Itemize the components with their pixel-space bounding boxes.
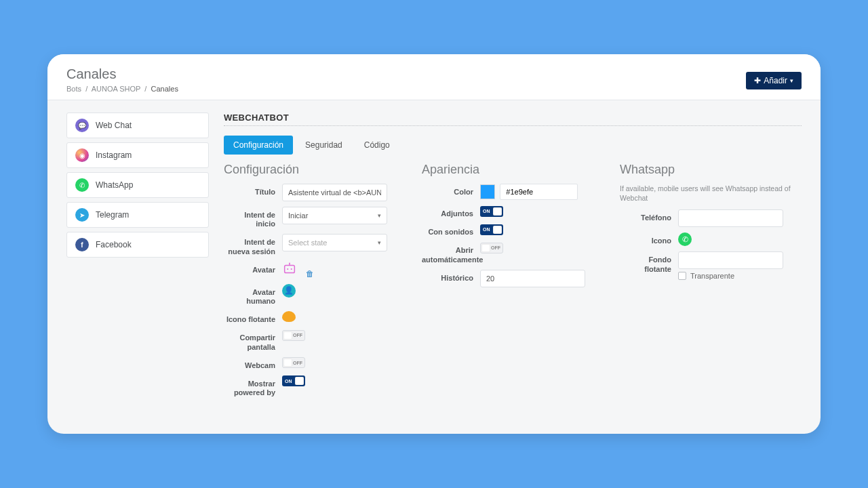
breadcrumb-shop[interactable]: AUNOA SHOP	[92, 85, 141, 93]
transparent-label: Transparente	[690, 272, 734, 280]
powered-label: Mostrar powered by	[224, 375, 282, 397]
whatsapp-icon: ✆	[75, 178, 89, 192]
toggle-knob	[283, 359, 292, 367]
sidebar-item-facebook[interactable]: f Facebook	[66, 232, 209, 258]
webchat-icon: 💬	[75, 119, 89, 132]
bot-avatar-icon[interactable]	[282, 262, 297, 277]
intent-new-label: Intent de nueva sesión	[224, 234, 282, 256]
main-panel: WEBCHATBOT Configuración Seguridad Códig…	[224, 113, 802, 403]
whatsapp-desc: If available, mobile users will see What…	[620, 184, 802, 203]
svg-rect-0	[285, 265, 295, 272]
add-button-label: Añadir	[764, 76, 787, 85]
sidebar-item-label: Facebook	[96, 240, 132, 249]
webcam-label: Webcam	[224, 357, 282, 370]
caret-down-icon: ▾	[790, 77, 793, 84]
webcam-toggle[interactable]: OFF	[282, 357, 305, 368]
avatar-human-label: Avatar humano	[224, 284, 282, 306]
history-input[interactable]	[480, 270, 585, 287]
col-config: Configuración Título Intent de inicio In…	[224, 163, 406, 403]
toggle-text: ON	[483, 227, 490, 232]
add-button[interactable]: ✚ Añadir ▾	[746, 72, 802, 89]
auto-open-label: Abrir automáticamente	[422, 242, 480, 264]
title-input[interactable]	[282, 184, 387, 201]
tab-security[interactable]: Seguridad	[296, 136, 352, 155]
body: 💬 Web Chat ◉ Instagram ✆ WhatsApp ➤ Tele…	[47, 100, 821, 415]
toggle-text: ON	[285, 379, 292, 384]
svg-point-4	[289, 262, 290, 264]
color-input[interactable]	[500, 184, 578, 200]
breadcrumb: Bots / AUNOA SHOP / Canales	[66, 85, 178, 93]
config-heading: Configuración	[224, 163, 406, 177]
color-label: Color	[422, 184, 480, 197]
intent-new-placeholder: Select state	[288, 239, 327, 247]
app-card: Canales Bots / AUNOA SHOP / Canales ✚ Añ…	[47, 54, 821, 434]
floating-bg-label: Fondo flotante	[620, 251, 678, 273]
breadcrumb-current: Canales	[151, 85, 178, 93]
toggle-knob	[481, 244, 490, 252]
sidebar-item-instagram[interactable]: ◉ Instagram	[66, 142, 209, 168]
intent-start-value: Iniciar	[288, 211, 308, 220]
sidebar-item-label: WhatsApp	[96, 180, 133, 190]
sidebar-item-telegram[interactable]: ➤ Telegram	[66, 202, 209, 228]
toggle-knob	[493, 226, 502, 234]
tabs: Configuración Seguridad Código	[224, 136, 802, 155]
intent-start-select[interactable]: Iniciar ▾	[282, 207, 387, 224]
wa-icon-label: Icono	[620, 232, 678, 245]
sidebar-item-label: Telegram	[96, 210, 129, 220]
sounds-label: Con sonidos	[422, 224, 480, 237]
sidebar-item-label: Instagram	[96, 150, 132, 160]
toggle-knob	[295, 377, 304, 385]
tab-config[interactable]: Configuración	[224, 136, 293, 155]
auto-open-toggle[interactable]: OFF	[480, 243, 503, 253]
channel-heading: WEBCHATBOT	[224, 113, 802, 126]
col-whatsapp: Whatsapp If available, mobile users will…	[620, 163, 802, 403]
facebook-icon: f	[75, 238, 89, 251]
trash-icon[interactable]: 🗑	[306, 269, 314, 279]
col-appearance: Apariencia Color Adjuntos ON	[422, 163, 604, 403]
instagram-icon: ◉	[75, 148, 89, 162]
toggle-text: OFF	[293, 333, 302, 338]
toggle-text: OFF	[293, 361, 302, 365]
tab-code[interactable]: Código	[355, 136, 399, 155]
caret-down-icon: ▾	[378, 212, 381, 219]
title-label: Título	[224, 184, 282, 197]
columns: Configuración Título Intent de inicio In…	[224, 163, 802, 403]
phone-label: Teléfono	[620, 209, 678, 222]
top-bar: Canales Bots / AUNOA SHOP / Canales ✚ Añ…	[47, 54, 821, 100]
breadcrumb-bots[interactable]: Bots	[66, 85, 81, 93]
sidebar-item-whatsapp[interactable]: ✆ WhatsApp	[66, 172, 209, 198]
svg-point-1	[287, 268, 288, 270]
appearance-heading: Apariencia	[422, 163, 604, 177]
svg-point-2	[291, 268, 292, 270]
caret-down-icon: ▾	[378, 239, 381, 246]
plus-icon: ✚	[754, 76, 761, 85]
phone-input[interactable]	[678, 209, 783, 227]
history-label: Histórico	[422, 270, 480, 283]
whatsapp-logo-icon[interactable]: ✆	[678, 232, 692, 246]
share-screen-toggle[interactable]: OFF	[282, 330, 305, 341]
avatar-label: Avatar	[224, 262, 282, 274]
floating-bg-input[interactable]	[678, 251, 783, 269]
toggle-text: OFF	[491, 245, 500, 250]
intent-start-label: Intent de inicio	[224, 207, 282, 228]
attachments-toggle[interactable]: ON	[480, 206, 503, 217]
sounds-toggle[interactable]: ON	[480, 224, 503, 235]
toggle-knob	[493, 207, 502, 216]
share-screen-label: Compartir pantalla	[224, 329, 282, 351]
agent-icon[interactable]: 👤	[282, 284, 296, 298]
intent-new-select[interactable]: Select state ▾	[282, 234, 387, 251]
color-swatch[interactable]	[480, 184, 495, 199]
sidebar-item-label: Web Chat	[96, 121, 132, 130]
float-icon-label: Icono flotante	[224, 311, 282, 324]
powered-toggle[interactable]: ON	[282, 375, 305, 386]
toggle-text: ON	[483, 209, 490, 214]
channel-sidebar: 💬 Web Chat ◉ Instagram ✆ WhatsApp ➤ Tele…	[66, 113, 209, 403]
chat-bubble-icon[interactable]	[282, 311, 296, 322]
transparent-checkbox[interactable]	[678, 272, 686, 280]
attachments-label: Adjuntos	[422, 205, 480, 218]
page-title: Canales	[66, 66, 178, 82]
toggle-knob	[283, 331, 292, 340]
sidebar-item-webchat[interactable]: 💬 Web Chat	[66, 113, 209, 138]
whatsapp-heading: Whatsapp	[620, 163, 802, 177]
telegram-icon: ➤	[75, 208, 89, 222]
